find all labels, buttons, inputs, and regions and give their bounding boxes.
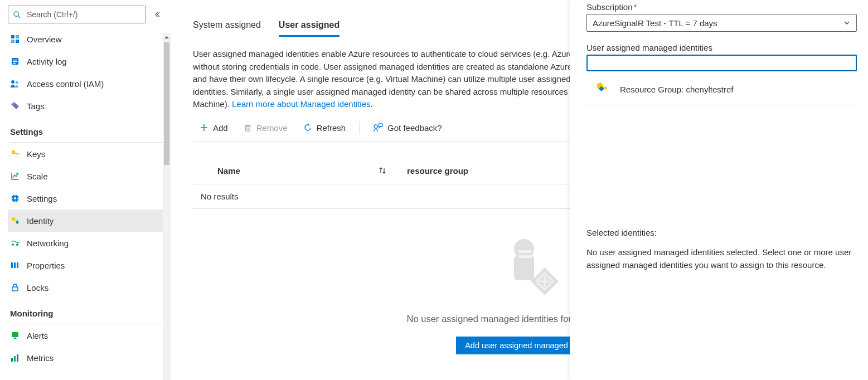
sidebar-search[interactable] xyxy=(8,6,146,23)
tab-user-assigned[interactable]: User assigned xyxy=(279,16,340,37)
svg-rect-2 xyxy=(11,35,14,38)
selected-identities-help: No user assigned managed identities sele… xyxy=(586,246,857,271)
identity-key-icon xyxy=(594,81,610,97)
svg-rect-15 xyxy=(18,153,19,155)
sidebar-item-label: Properties xyxy=(27,261,65,270)
activity-log-icon xyxy=(10,56,20,66)
add-identity-panel: Subscription* AzureSignalR Test - TTL = … xyxy=(570,0,868,380)
svg-rect-5 xyxy=(16,40,19,43)
svg-rect-7 xyxy=(13,60,17,60)
scrollbar-up-arrow-icon[interactable] xyxy=(163,33,171,41)
column-name-label: Name xyxy=(217,166,240,176)
svg-point-24 xyxy=(12,243,14,246)
sidebar-item-tags[interactable]: Tags xyxy=(8,95,171,117)
svg-rect-27 xyxy=(14,262,16,268)
keys-icon xyxy=(10,149,20,159)
refresh-label: Refresh xyxy=(317,123,346,133)
learn-more-link[interactable]: Learn more about Managed identities xyxy=(232,99,371,109)
sidebar-item-label: Tags xyxy=(27,101,45,111)
description-suffix: . xyxy=(371,99,373,109)
sidebar-item-scale[interactable]: Scale xyxy=(8,165,171,187)
overview-icon xyxy=(10,34,20,44)
sidebar-item-metrics[interactable]: Metrics xyxy=(8,347,171,369)
toolbar-separator xyxy=(359,121,360,134)
svg-point-43 xyxy=(374,125,377,128)
chevron-down-icon xyxy=(843,19,851,27)
search-input[interactable] xyxy=(26,9,141,20)
svg-rect-31 xyxy=(11,358,13,362)
remove-button: Remove xyxy=(237,118,294,138)
svg-rect-9 xyxy=(13,63,16,64)
sidebar-item-overview[interactable]: Overview xyxy=(8,28,171,50)
svg-line-1 xyxy=(18,16,20,18)
svg-rect-32 xyxy=(14,356,16,362)
svg-rect-23 xyxy=(14,220,18,221)
sidebar-item-label: Scale xyxy=(27,172,48,181)
sidebar-item-label: Locks xyxy=(27,283,49,293)
uami-result-item[interactable]: Resource Group: chenyltestref xyxy=(586,71,857,105)
refresh-button[interactable]: Refresh xyxy=(297,118,353,138)
scrollbar-thumb[interactable] xyxy=(164,42,169,165)
tags-icon xyxy=(10,101,20,111)
sidebar-item-label: Networking xyxy=(27,238,69,248)
column-header-name[interactable]: Name xyxy=(193,166,394,176)
selected-identities-header: Selected identities: xyxy=(586,228,857,237)
svg-rect-46 xyxy=(514,256,534,280)
svg-point-11 xyxy=(16,81,18,84)
access-control-icon xyxy=(10,79,20,89)
svg-rect-36 xyxy=(245,126,250,130)
svg-rect-48 xyxy=(518,255,532,258)
sidebar-section-monitoring: Monitoring xyxy=(8,299,171,321)
networking-icon xyxy=(10,238,20,248)
uami-search-input-container[interactable] xyxy=(586,55,857,71)
sidebar-item-access-control[interactable]: Access control (IAM) xyxy=(8,72,171,95)
sidebar-item-networking[interactable]: Networking xyxy=(8,232,171,254)
trash-icon xyxy=(244,124,252,132)
svg-rect-30 xyxy=(12,332,18,337)
sidebar-item-settings[interactable]: Settings xyxy=(8,187,171,210)
plus-icon xyxy=(200,123,208,132)
sidebar-item-label: Metrics xyxy=(27,353,54,363)
feedback-label: Got feedback? xyxy=(387,123,442,133)
sidebar-item-alerts[interactable]: Alerts xyxy=(8,324,171,347)
add-button[interactable]: Add xyxy=(193,118,235,138)
lock-icon xyxy=(10,282,20,293)
sidebar-item-keys[interactable]: Keys xyxy=(8,143,171,165)
svg-rect-8 xyxy=(13,61,17,62)
sidebar-item-label: Settings xyxy=(27,194,57,203)
gear-icon xyxy=(10,193,20,203)
required-indicator: * xyxy=(634,2,637,12)
sidebar-item-activity-log[interactable]: Activity log xyxy=(8,50,171,72)
identity-icon xyxy=(10,216,20,226)
svg-rect-3 xyxy=(16,35,19,38)
svg-point-0 xyxy=(14,11,18,16)
svg-rect-33 xyxy=(17,354,18,362)
sidebar-item-locks[interactable]: Locks xyxy=(8,276,171,299)
sidebar-item-label: Keys xyxy=(27,149,45,159)
identity-illustration-icon xyxy=(497,231,564,298)
sidebar-item-label: Overview xyxy=(27,35,62,44)
tab-system-assigned[interactable]: System assigned xyxy=(193,16,261,37)
uami-search-input[interactable] xyxy=(592,56,851,70)
sidebar-scrollbar[interactable] xyxy=(163,33,171,380)
sidebar-section-settings: Settings xyxy=(8,117,171,140)
svg-point-17 xyxy=(14,197,16,199)
svg-rect-53 xyxy=(605,87,607,90)
collapse-sidebar-button[interactable] xyxy=(152,9,163,20)
search-icon xyxy=(13,11,21,19)
sidebar: Overview Activity log Access control (IA… xyxy=(0,0,171,380)
svg-rect-47 xyxy=(518,250,532,253)
sort-icon xyxy=(378,167,387,174)
feedback-button[interactable]: Got feedback? xyxy=(366,118,449,138)
alerts-icon xyxy=(10,330,20,340)
svg-rect-29 xyxy=(12,287,18,291)
refresh-icon xyxy=(303,123,312,132)
sidebar-item-label: Activity log xyxy=(27,57,67,66)
subscription-dropdown[interactable]: AzureSignalR Test - TTL = 7 days xyxy=(586,14,857,32)
sidebar-item-properties[interactable]: Properties xyxy=(8,254,171,276)
svg-rect-4 xyxy=(11,40,14,43)
sidebar-item-label: Identity xyxy=(27,216,54,226)
svg-point-12 xyxy=(12,103,13,104)
sidebar-item-identity[interactable]: Identity xyxy=(8,210,171,232)
remove-label: Remove xyxy=(256,123,288,133)
